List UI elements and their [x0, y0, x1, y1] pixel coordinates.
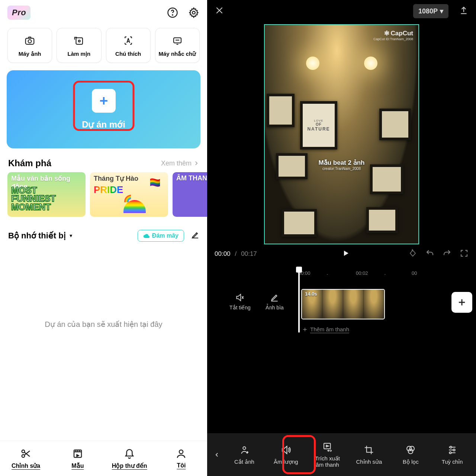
- explore-card-3[interactable]: ÂM THANH: [173, 172, 207, 217]
- tool-extract-label: Trích xuấtâm thanh: [315, 456, 340, 468]
- export-button[interactable]: [459, 6, 469, 17]
- scissors-icon: [20, 448, 32, 459]
- nav-inbox-label: Hộp thư đến: [112, 462, 147, 469]
- teleprompter-card[interactable]: Máy nhắc chữ: [155, 28, 200, 63]
- extract-audio-icon: [322, 441, 333, 453]
- settings-icon[interactable]: [188, 7, 200, 19]
- edit-pen-icon[interactable]: [191, 231, 200, 241]
- pride-decoration: 🏳️‍🌈 🌈: [120, 176, 164, 213]
- explore-card-3-title: ÂM THANH: [176, 174, 207, 182]
- bell-icon: [124, 448, 135, 459]
- explore-card-1-inner: MOSTFUNNIESTMOMENT: [11, 186, 56, 212]
- svg-point-16: [408, 449, 413, 454]
- bottom-toolbar: Cắt ảnh Âm lượng Trích xuấtâm thanh Chỉn…: [207, 433, 476, 476]
- new-project-button[interactable]: Dự án mới: [7, 70, 200, 148]
- nav-profile-label: Tôi: [177, 462, 186, 469]
- redo-icon[interactable]: [443, 249, 451, 259]
- add-clip-button[interactable]: [451, 292, 472, 313]
- pro-badge[interactable]: Pro: [7, 6, 30, 20]
- tool-volume[interactable]: Âm lượng: [265, 444, 307, 465]
- nav-profile[interactable]: Tôi: [155, 441, 207, 476]
- nav-inbox[interactable]: Hộp thư đến: [104, 441, 155, 476]
- svg-point-1: [172, 15, 173, 16]
- keyframe-icon[interactable]: [408, 249, 417, 259]
- play-button[interactable]: [341, 249, 350, 259]
- toolbar-back[interactable]: [210, 451, 223, 458]
- cover-label: Ảnh bìa: [266, 305, 284, 311]
- storage-title[interactable]: Bộ nhớ thiết bị: [8, 231, 66, 241]
- mute-button[interactable]: Tắt tiếng: [229, 293, 251, 311]
- plus-icon: [457, 297, 467, 308]
- camera-label: Máy ảnh: [19, 51, 41, 57]
- timeline-clip[interactable]: 14.0s: [301, 289, 385, 319]
- timeline-ruler[interactable]: 00:00 • 00:02 • 00: [207, 264, 476, 278]
- resolution-label: 1080P: [418, 7, 438, 15]
- svg-point-17: [450, 446, 452, 448]
- camera-card[interactable]: Máy ảnh: [7, 28, 52, 63]
- timeline-area[interactable]: Tắt tiếng Ảnh bìa 14.0s Thêm âm thanh: [207, 278, 476, 341]
- smooth-label: Làm mịn: [68, 51, 91, 57]
- tool-volume-label: Âm lượng: [274, 459, 298, 465]
- tool-adjust[interactable]: Tuỳ chỉn: [431, 444, 473, 465]
- tool-filter-label: Bộ lọc: [403, 459, 419, 465]
- video-preview[interactable]: LOVE OF NATURE Mẫu beat 2 ảnh creator:Tr…: [264, 24, 419, 244]
- tool-edit[interactable]: Chỉnh sửa: [348, 444, 390, 465]
- explore-card-2[interactable]: Tháng Tự Hào PRIDE 🏳️‍🌈 🌈: [90, 172, 168, 217]
- pen-icon: [270, 293, 279, 302]
- nav-edit[interactable]: Chỉnh sửa: [0, 441, 52, 476]
- tool-crop-label: Cắt ảnh: [234, 459, 254, 465]
- svg-point-12: [243, 447, 246, 450]
- cloud-button[interactable]: Đám mây: [138, 230, 184, 242]
- svg-point-18: [453, 449, 455, 451]
- quick-actions-row: Máy ảnh Làm mịn Chú thích Máy nhắc chữ: [0, 23, 207, 67]
- filter-icon: [405, 444, 416, 456]
- explore-cards: Mẫu văn bản sống động MOSTFUNNIESTMOMENT…: [0, 172, 207, 217]
- ruler-tick: 00: [412, 270, 417, 276]
- svg-point-19: [450, 452, 451, 454]
- play-bar: 00:00 / 00:17: [207, 244, 476, 264]
- adjust-icon: [447, 444, 458, 456]
- svg-point-6: [78, 40, 80, 42]
- template-icon: [72, 448, 83, 459]
- fullscreen-icon[interactable]: [460, 249, 469, 259]
- chevron-left-icon: [213, 451, 220, 458]
- crop-icon: [363, 444, 374, 456]
- tool-extract-audio[interactable]: Trích xuấtâm thanh: [307, 441, 348, 468]
- close-button[interactable]: [215, 6, 224, 17]
- tool-filter[interactable]: Bộ lọc: [390, 444, 431, 465]
- explore-card-1[interactable]: Mẫu văn bản sống động MOSTFUNNIESTMOMENT: [7, 172, 86, 217]
- caption-card[interactable]: Chú thích: [106, 28, 151, 63]
- nav-template[interactable]: Mẫu: [52, 441, 103, 476]
- chevron-right-icon: [193, 160, 200, 167]
- svg-rect-5: [76, 38, 83, 45]
- mute-label: Tắt tiếng: [229, 305, 251, 311]
- timeline-playhead[interactable]: [298, 267, 300, 332]
- time-separator: /: [235, 250, 237, 258]
- bottom-nav: Chỉnh sửa Mẫu Hộp thư đến Tôi: [0, 441, 207, 476]
- preview-overlay-text: Mẫu beat 2 ảnh creator:TranNam_2008: [319, 159, 365, 171]
- resolution-button[interactable]: 1080P ▾: [413, 4, 448, 18]
- see-more-link[interactable]: Xem thêm: [161, 160, 200, 167]
- tool-crop[interactable]: Cắt ảnh: [223, 444, 265, 465]
- crop-person-icon: [239, 444, 250, 456]
- person-icon: [176, 448, 187, 459]
- caret-down-icon[interactable]: ▼: [69, 233, 73, 238]
- caption-label: Chú thích: [115, 51, 141, 57]
- tool-edit-label: Chỉnh sửa: [356, 459, 382, 465]
- smooth-card[interactable]: Làm mịn: [57, 28, 101, 63]
- help-icon[interactable]: [167, 7, 178, 19]
- svg-point-9: [22, 454, 25, 457]
- cloud-icon: [143, 232, 150, 239]
- cloud-label: Đám mây: [152, 232, 178, 239]
- empty-projects-message: Dự án của bạn sẽ xuất hiện tại đây: [0, 245, 207, 329]
- svg-point-11: [179, 450, 183, 454]
- svg-rect-3: [26, 38, 34, 44]
- add-audio-button[interactable]: Thêm âm thanh: [302, 326, 349, 332]
- highlight-box-new-project: [73, 81, 134, 131]
- nav-edit-label: Chỉnh sửa: [12, 462, 40, 469]
- caret-down-icon: ▾: [440, 7, 443, 15]
- cover-button[interactable]: Ảnh bìa: [266, 293, 284, 311]
- undo-icon[interactable]: [425, 249, 434, 259]
- explore-card-2-inner: PRIDE: [94, 184, 123, 196]
- plus-icon: [302, 327, 308, 332]
